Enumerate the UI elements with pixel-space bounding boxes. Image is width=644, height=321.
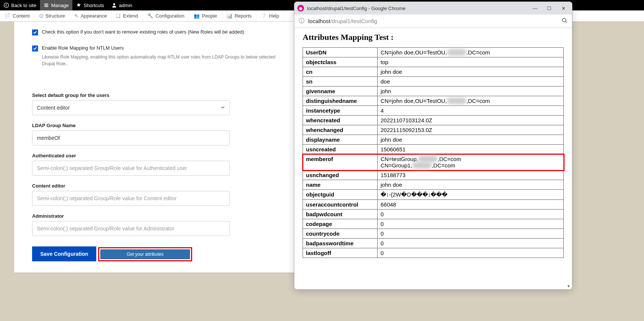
attr-key: useraccountcontrol <box>303 200 378 210</box>
wrench-icon: 🔧 <box>147 13 153 19</box>
scroll-down-icon[interactable]: ▼ <box>566 283 571 289</box>
chrome-address-bar[interactable]: ⓘ localhost/drupal1/testConfig <box>294 15 572 28</box>
minimize-icon[interactable]: — <box>532 6 538 11</box>
ldap-group-input[interactable] <box>32 130 230 145</box>
attr-key: name <box>303 180 378 190</box>
auth-user-input[interactable] <box>32 161 230 176</box>
attr-key: instancetype <box>303 106 378 116</box>
table-row: codepage0 <box>303 219 564 229</box>
attr-key: whenchanged <box>303 125 378 135</box>
menu-icon <box>44 3 49 8</box>
nav-configuration[interactable]: 🔧Configuration <box>143 10 189 21</box>
attr-key: objectguid <box>303 190 378 200</box>
attr-value: 0 <box>378 219 564 229</box>
table-row: objectclasstop <box>303 57 564 67</box>
nav-reports[interactable]: 📊Reports <box>222 10 257 21</box>
attr-key: cn <box>303 67 378 77</box>
file-icon: 📄 <box>4 13 10 19</box>
table-row: distinguishednameCN=john doe,OU=TestOU,x… <box>303 96 564 106</box>
back-to-site-link[interactable]: Back to site <box>0 0 40 10</box>
nav-appearance-label: Appearance <box>81 13 107 19</box>
table-row: memberofCN=testGroup,xxxxxxx,DC=comCN=Gr… <box>303 154 564 170</box>
nav-people[interactable]: 👥People <box>189 10 222 21</box>
attr-value: CN=john doe,OU=TestOU,xxxxxxx,DC=com <box>378 48 564 57</box>
window-controls: — ☐ ✕ <box>532 6 569 11</box>
shortcuts-label: Shortcuts <box>84 3 104 8</box>
user-link[interactable]: admin <box>108 0 136 10</box>
get-attributes-highlight: Get your attributes <box>98 247 192 261</box>
table-row: whenchanged20221115092153.0Z <box>303 125 564 135</box>
attr-key: countrycode <box>303 229 378 239</box>
administrator-input[interactable] <box>32 221 230 236</box>
preserve-roles-checkbox[interactable] <box>32 29 38 35</box>
nav-configuration-label: Configuration <box>156 13 184 19</box>
nav-reports-label: Reports <box>235 13 252 19</box>
table-row: UserDNCN=john doe,OU=TestOU,xxxxxxx,DC=c… <box>303 48 564 57</box>
default-group-select[interactable]: Content editor <box>32 100 230 115</box>
maximize-icon[interactable]: ☐ <box>547 6 552 11</box>
nav-extend[interactable]: ❏Extend <box>112 10 143 21</box>
wand-icon: ✎ <box>74 13 78 19</box>
get-attributes-button[interactable]: Get your attributes <box>100 249 190 259</box>
user-label: admin <box>119 3 132 8</box>
table-row: instancetype4 <box>303 106 564 116</box>
close-icon[interactable]: ✕ <box>561 6 566 11</box>
attr-value: 0 <box>378 248 564 258</box>
puzzle-icon: ❏ <box>116 13 121 19</box>
attr-value: john doe <box>378 180 564 190</box>
svg-point-2 <box>562 18 566 22</box>
table-row: usnchanged15188773 <box>303 170 564 180</box>
attr-key: displayname <box>303 135 378 145</box>
attr-value: john doe <box>378 135 564 145</box>
chrome-window-title: localhost/drupal1/testConfig - Google Ch… <box>307 6 406 11</box>
chrome-url: localhost/drupal1/testConfig <box>308 18 377 24</box>
ntlm-mapping-checkbox[interactable] <box>32 45 38 51</box>
default-group-value: Content editor <box>37 105 70 111</box>
attr-key: usncreated <box>303 145 378 154</box>
nav-help[interactable]: ❔Help <box>256 10 284 21</box>
attr-value: 0 <box>378 229 564 239</box>
redacted-text: xxxxxxx <box>447 49 467 56</box>
save-configuration-button[interactable]: Save Configuration <box>32 246 96 261</box>
attr-value: 0 <box>378 239 564 248</box>
nav-extend-label: Extend <box>123 13 138 19</box>
attr-value: �↕-{2W�O���↕��� <box>378 190 564 200</box>
attr-value: top <box>378 57 564 67</box>
search-icon[interactable] <box>562 18 568 25</box>
attr-value: 20221107103124.0Z <box>378 116 564 125</box>
tree-icon: ⌬ <box>39 13 43 19</box>
content-editor-input[interactable] <box>32 191 230 206</box>
attr-value: 15188773 <box>378 170 564 180</box>
nav-content[interactable]: 📄Content <box>0 10 35 21</box>
table-row: cnjohn doe <box>303 67 564 77</box>
manage-label: Manage <box>51 3 69 8</box>
shortcuts-link[interactable]: Shortcuts <box>72 0 108 10</box>
nav-help-label: Help <box>269 13 279 19</box>
chrome-title-bar[interactable]: ◉ localhost/drupal1/testConfig - Google … <box>294 2 572 15</box>
attr-value: 4 <box>378 106 564 116</box>
info-icon[interactable]: ⓘ <box>299 18 304 25</box>
chrome-body[interactable]: Attributes Mapping Test : UserDNCN=john … <box>294 28 572 289</box>
attr-key: usnchanged <box>303 170 378 180</box>
table-row: badpasswordtime0 <box>303 239 564 248</box>
ntlm-mapping-checkbox-row: Enable Role Mapping for NTLM Users <box>32 45 277 51</box>
redacted-text: xxxxxxx <box>412 162 432 169</box>
preserve-roles-label: Check this option if you don't want to r… <box>42 29 244 35</box>
nav-appearance[interactable]: ✎Appearance <box>70 10 112 21</box>
attr-value: doe <box>378 77 564 86</box>
manage-link[interactable]: Manage <box>40 0 72 10</box>
people-icon: 👥 <box>194 13 200 19</box>
nav-structure[interactable]: ⌬Structure <box>35 10 70 21</box>
attr-value: CN=john doe,OU=TestOU,xxxxxxx,DC=com <box>378 96 564 106</box>
attributes-table: UserDNCN=john doe,OU=TestOU,xxxxxxx,DC=c… <box>303 47 564 258</box>
svg-point-1 <box>113 3 115 5</box>
nav-people-label: People <box>202 13 217 19</box>
attr-key: sn <box>303 77 378 86</box>
attr-value: 66048 <box>378 200 564 210</box>
chrome-window: ◉ localhost/drupal1/testConfig - Google … <box>294 1 572 290</box>
attr-value: john <box>378 86 564 96</box>
config-panel: Check this option if you don't want to r… <box>14 22 295 273</box>
table-row: givennamejohn <box>303 86 564 96</box>
administrator-label: Administrator <box>32 213 277 219</box>
table-row: countrycode0 <box>303 229 564 239</box>
